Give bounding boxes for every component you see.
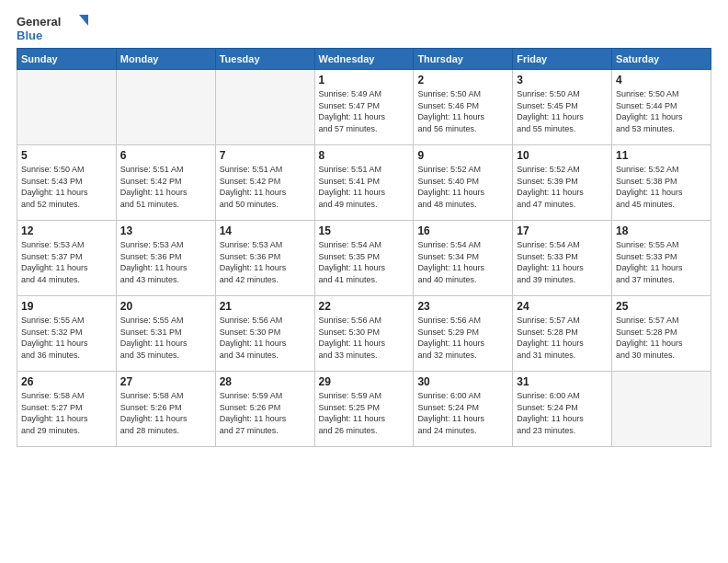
day-number: 19 bbox=[21, 300, 112, 313]
day-info: Sunrise: 5:58 AM Sunset: 5:27 PM Dayligh… bbox=[21, 390, 112, 436]
day-info: Sunrise: 5:54 AM Sunset: 5:35 PM Dayligh… bbox=[319, 239, 410, 285]
calendar-cell: 4Sunrise: 5:50 AM Sunset: 5:44 PM Daylig… bbox=[612, 70, 711, 145]
day-number: 9 bbox=[417, 149, 508, 162]
header: General Blue bbox=[17, 13, 711, 44]
calendar-cell: 14Sunrise: 5:53 AM Sunset: 5:36 PM Dayli… bbox=[215, 221, 314, 296]
weekday-header-thursday: Thursday bbox=[414, 49, 513, 70]
weekday-header-friday: Friday bbox=[513, 49, 612, 70]
day-info: Sunrise: 5:54 AM Sunset: 5:33 PM Dayligh… bbox=[517, 239, 608, 285]
day-info: Sunrise: 5:55 AM Sunset: 5:32 PM Dayligh… bbox=[21, 315, 112, 361]
calendar-cell bbox=[17, 70, 117, 145]
svg-text:General: General bbox=[17, 15, 61, 29]
day-info: Sunrise: 5:56 AM Sunset: 5:30 PM Dayligh… bbox=[220, 315, 311, 361]
day-number: 24 bbox=[517, 300, 608, 313]
day-info: Sunrise: 5:59 AM Sunset: 5:26 PM Dayligh… bbox=[220, 390, 311, 436]
page: General Blue SundayMondayTuesdayWednesda… bbox=[0, 0, 728, 563]
calendar-cell: 22Sunrise: 5:56 AM Sunset: 5:30 PM Dayli… bbox=[314, 296, 414, 372]
day-info: Sunrise: 5:58 AM Sunset: 5:26 PM Dayligh… bbox=[120, 390, 211, 436]
day-info: Sunrise: 5:57 AM Sunset: 5:28 PM Dayligh… bbox=[517, 315, 608, 361]
day-info: Sunrise: 5:54 AM Sunset: 5:34 PM Dayligh… bbox=[417, 239, 508, 285]
day-info: Sunrise: 5:53 AM Sunset: 5:36 PM Dayligh… bbox=[120, 239, 211, 285]
weekday-header-row: SundayMondayTuesdayWednesdayThursdayFrid… bbox=[17, 49, 711, 70]
day-info: Sunrise: 5:51 AM Sunset: 5:42 PM Dayligh… bbox=[120, 164, 211, 210]
day-info: Sunrise: 5:49 AM Sunset: 5:47 PM Dayligh… bbox=[319, 88, 410, 134]
day-info: Sunrise: 5:53 AM Sunset: 5:37 PM Dayligh… bbox=[21, 239, 112, 285]
svg-text:Blue: Blue bbox=[17, 29, 42, 42]
day-number: 1 bbox=[319, 74, 410, 86]
day-number: 17 bbox=[517, 224, 608, 237]
calendar-cell: 1Sunrise: 5:49 AM Sunset: 5:47 PM Daylig… bbox=[314, 70, 414, 145]
day-number: 10 bbox=[517, 149, 608, 162]
day-number: 25 bbox=[616, 300, 707, 313]
day-number: 29 bbox=[319, 375, 410, 388]
calendar-cell: 12Sunrise: 5:53 AM Sunset: 5:37 PM Dayli… bbox=[17, 221, 117, 296]
calendar-cell: 6Sunrise: 5:51 AM Sunset: 5:42 PM Daylig… bbox=[116, 145, 215, 221]
week-row-3: 12Sunrise: 5:53 AM Sunset: 5:37 PM Dayli… bbox=[17, 221, 711, 296]
day-info: Sunrise: 6:00 AM Sunset: 5:24 PM Dayligh… bbox=[417, 390, 508, 436]
day-number: 16 bbox=[417, 224, 508, 237]
calendar-cell: 2Sunrise: 5:50 AM Sunset: 5:46 PM Daylig… bbox=[414, 70, 513, 145]
day-number: 22 bbox=[319, 300, 410, 313]
calendar-cell: 19Sunrise: 5:55 AM Sunset: 5:32 PM Dayli… bbox=[17, 296, 117, 372]
day-info: Sunrise: 5:52 AM Sunset: 5:38 PM Dayligh… bbox=[616, 164, 707, 210]
calendar-cell: 8Sunrise: 5:51 AM Sunset: 5:41 PM Daylig… bbox=[314, 145, 414, 221]
svg-marker-2 bbox=[79, 15, 88, 26]
week-row-5: 26Sunrise: 5:58 AM Sunset: 5:27 PM Dayli… bbox=[17, 372, 711, 447]
calendar-table: SundayMondayTuesdayWednesdayThursdayFrid… bbox=[17, 48, 711, 447]
calendar-cell: 18Sunrise: 5:55 AM Sunset: 5:33 PM Dayli… bbox=[612, 221, 711, 296]
day-number: 12 bbox=[21, 224, 112, 237]
day-number: 30 bbox=[417, 375, 508, 388]
logo: General Blue bbox=[17, 13, 90, 44]
day-number: 3 bbox=[517, 74, 608, 86]
day-info: Sunrise: 5:55 AM Sunset: 5:33 PM Dayligh… bbox=[616, 239, 707, 285]
week-row-1: 1Sunrise: 5:49 AM Sunset: 5:47 PM Daylig… bbox=[17, 70, 711, 145]
day-number: 20 bbox=[120, 300, 211, 313]
day-number: 7 bbox=[220, 149, 311, 162]
calendar-cell: 30Sunrise: 6:00 AM Sunset: 5:24 PM Dayli… bbox=[414, 372, 513, 447]
calendar-cell: 13Sunrise: 5:53 AM Sunset: 5:36 PM Dayli… bbox=[116, 221, 215, 296]
calendar-cell: 31Sunrise: 6:00 AM Sunset: 5:24 PM Dayli… bbox=[513, 372, 612, 447]
calendar-cell bbox=[215, 70, 314, 145]
calendar-cell: 15Sunrise: 5:54 AM Sunset: 5:35 PM Dayli… bbox=[314, 221, 414, 296]
day-number: 23 bbox=[417, 300, 508, 313]
calendar-cell: 9Sunrise: 5:52 AM Sunset: 5:40 PM Daylig… bbox=[414, 145, 513, 221]
day-info: Sunrise: 5:52 AM Sunset: 5:40 PM Dayligh… bbox=[417, 164, 508, 210]
day-info: Sunrise: 5:50 AM Sunset: 5:45 PM Dayligh… bbox=[517, 88, 608, 134]
day-info: Sunrise: 5:51 AM Sunset: 5:42 PM Dayligh… bbox=[220, 164, 311, 210]
day-number: 31 bbox=[517, 375, 608, 388]
day-info: Sunrise: 5:53 AM Sunset: 5:36 PM Dayligh… bbox=[220, 239, 311, 285]
day-number: 4 bbox=[616, 74, 707, 86]
day-info: Sunrise: 5:50 AM Sunset: 5:43 PM Dayligh… bbox=[21, 164, 112, 210]
calendar-cell bbox=[612, 372, 711, 447]
day-number: 2 bbox=[417, 74, 508, 86]
day-info: Sunrise: 5:56 AM Sunset: 5:30 PM Dayligh… bbox=[319, 315, 410, 361]
day-info: Sunrise: 5:50 AM Sunset: 5:44 PM Dayligh… bbox=[616, 88, 707, 134]
day-number: 21 bbox=[220, 300, 311, 313]
day-info: Sunrise: 5:56 AM Sunset: 5:29 PM Dayligh… bbox=[417, 315, 508, 361]
day-info: Sunrise: 5:50 AM Sunset: 5:46 PM Dayligh… bbox=[417, 88, 508, 134]
calendar-cell: 21Sunrise: 5:56 AM Sunset: 5:30 PM Dayli… bbox=[215, 296, 314, 372]
calendar-cell: 5Sunrise: 5:50 AM Sunset: 5:43 PM Daylig… bbox=[17, 145, 117, 221]
week-row-4: 19Sunrise: 5:55 AM Sunset: 5:32 PM Dayli… bbox=[17, 296, 711, 372]
calendar-cell: 28Sunrise: 5:59 AM Sunset: 5:26 PM Dayli… bbox=[215, 372, 314, 447]
weekday-header-monday: Monday bbox=[116, 49, 215, 70]
calendar-cell: 10Sunrise: 5:52 AM Sunset: 5:39 PM Dayli… bbox=[513, 145, 612, 221]
calendar-cell: 11Sunrise: 5:52 AM Sunset: 5:38 PM Dayli… bbox=[612, 145, 711, 221]
calendar-cell: 25Sunrise: 5:57 AM Sunset: 5:28 PM Dayli… bbox=[612, 296, 711, 372]
day-number: 26 bbox=[21, 375, 112, 388]
calendar-cell: 23Sunrise: 5:56 AM Sunset: 5:29 PM Dayli… bbox=[414, 296, 513, 372]
day-number: 5 bbox=[21, 149, 112, 162]
calendar-cell: 27Sunrise: 5:58 AM Sunset: 5:26 PM Dayli… bbox=[116, 372, 215, 447]
calendar-cell: 7Sunrise: 5:51 AM Sunset: 5:42 PM Daylig… bbox=[215, 145, 314, 221]
day-number: 11 bbox=[616, 149, 707, 162]
weekday-header-wednesday: Wednesday bbox=[314, 49, 414, 70]
day-number: 15 bbox=[319, 224, 410, 237]
day-number: 14 bbox=[220, 224, 311, 237]
weekday-header-saturday: Saturday bbox=[612, 49, 711, 70]
weekday-header-tuesday: Tuesday bbox=[215, 49, 314, 70]
calendar-cell: 29Sunrise: 5:59 AM Sunset: 5:25 PM Dayli… bbox=[314, 372, 414, 447]
calendar-cell bbox=[116, 70, 215, 145]
calendar-cell: 20Sunrise: 5:55 AM Sunset: 5:31 PM Dayli… bbox=[116, 296, 215, 372]
logo-svg: General Blue bbox=[17, 13, 90, 44]
day-number: 28 bbox=[220, 375, 311, 388]
